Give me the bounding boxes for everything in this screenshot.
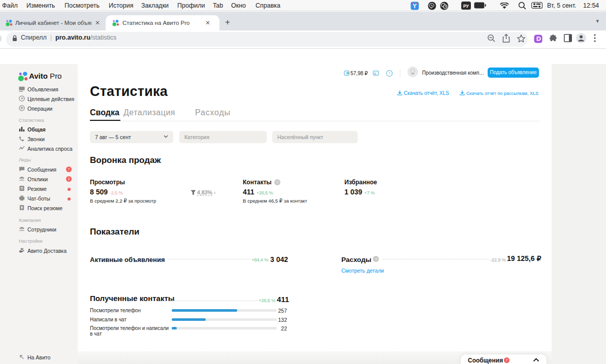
svg-text:?: ? xyxy=(388,71,391,76)
svg-text:РУ: РУ xyxy=(463,4,469,9)
svg-text:?: ? xyxy=(375,257,377,261)
svg-text:?: ? xyxy=(276,180,279,185)
